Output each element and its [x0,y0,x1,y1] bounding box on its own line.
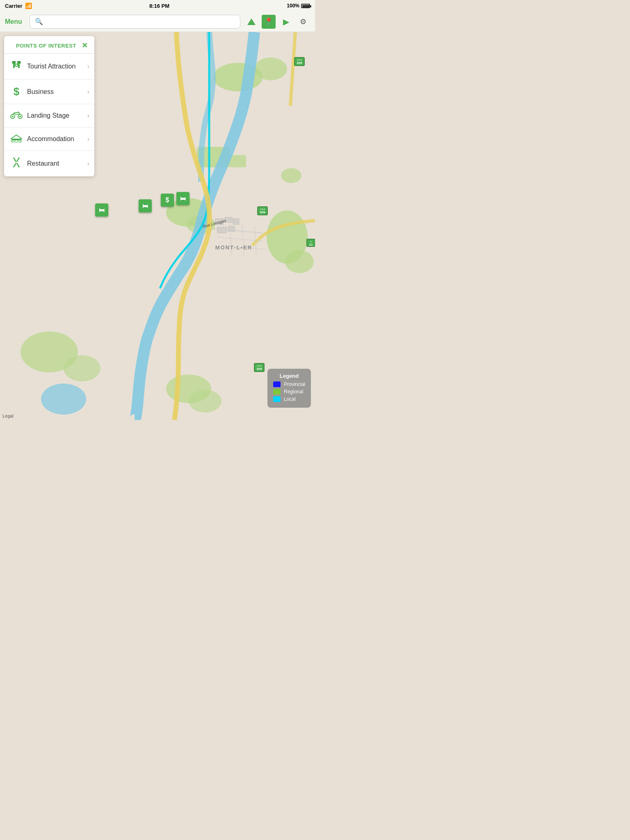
svg-rect-61 [12,139,21,140]
svg-point-57 [19,116,21,117]
regional-label: Regional [284,389,303,395]
accommodation-icon [9,133,24,145]
location-pin-icon: 📍 [264,17,273,26]
svg-rect-53 [19,62,21,63]
status-time: 8:16 PM [149,3,169,9]
svg-rect-24 [228,226,235,231]
layers-button[interactable] [244,15,258,29]
svg-point-5 [281,168,301,183]
gear-icon: ⚙ [300,17,306,26]
poi-item-accommodation[interactable]: Accommodation › [4,128,94,151]
battery-percentage: 100% [287,3,299,9]
svg-text:309: 309 [260,210,265,214]
poi-header: POINTS OF INTEREST ✕ [4,36,94,54]
poi-panel: POINTS OF INTEREST ✕ Tourist Attracti [4,36,94,176]
status-bar: Carrier 📶 8:16 PM 100% [0,0,315,11]
chevron-restaurant: › [87,160,89,167]
svg-text:309: 309 [297,61,302,65]
svg-rect-49 [12,62,16,62]
location-button[interactable]: 📍 [262,15,276,29]
svg-rect-48 [18,64,20,68]
svg-rect-4 [230,155,246,167]
svg-point-64 [16,162,17,163]
map-legend: Legend Provincial Regional Local [267,369,311,408]
svg-point-51 [15,64,18,66]
local-color-swatch [273,396,281,402]
regional-color-swatch [273,389,281,395]
svg-point-11 [64,355,100,381]
svg-text:309: 309 [256,367,262,371]
svg-rect-23 [217,227,226,233]
poi-close-button[interactable]: ✕ [82,42,88,49]
chevron-business: › [87,88,89,96]
legend-item-local: Local [273,396,305,402]
menu-button[interactable]: Menu [5,18,25,25]
status-left: Carrier 📶 [5,2,32,9]
accommodation-marker-right[interactable]: 🛏 [176,192,189,205]
business-marker[interactable]: $ [161,194,174,207]
poi-item-restaurant[interactable]: Restaurant › [4,151,94,176]
navigate-button[interactable]: ▶ [279,15,293,29]
poi-item-landing[interactable]: Landing Stage › [4,104,94,128]
business-icon: $ [9,85,24,98]
local-label: Local [284,396,296,402]
poi-title: POINTS OF INTEREST [11,43,82,49]
svg-rect-46 [13,64,15,68]
poi-item-tourist[interactable]: Tourist Attraction › [4,54,94,80]
provincial-label: Provincial [284,381,305,387]
poi-label-restaurant: Restaurant [27,160,87,167]
toolbar: Menu 🔍 📍 ▶ ⚙ [0,11,315,32]
search-input[interactable] [46,18,235,25]
triangle-icon [247,18,256,25]
legal-text[interactable]: Legal [2,413,14,418]
poi-label-landing: Landing Stage [27,112,87,119]
poi-label-accommodation: Accommodation [27,135,87,143]
svg-rect-50 [17,62,21,62]
carrier-text: Carrier [5,3,23,9]
status-right: 100% [287,3,310,9]
legend-title: Legend [273,373,305,379]
settings-button[interactable]: ⚙ [296,15,310,29]
legend-item-regional: Regional [273,389,305,395]
toolbar-icons: 📍 ▶ ⚙ [244,15,310,29]
chevron-tourist: › [87,63,89,70]
map-area[interactable]: ✦✦✦ 309 ✦✦✦ 309 ✦✦✦ 309 ✦✦✦ 309 ✦ 11 Rue… [0,32,315,420]
chevron-accommodation: › [87,135,89,143]
poi-label-business: Business [27,88,87,96]
search-icon: 🔍 [35,18,43,25]
poi-label-tourist: Tourist Attraction [27,63,87,70]
svg-rect-22 [233,219,239,224]
legend-item-provincial: Provincial [273,381,305,387]
battery-icon [301,4,310,8]
accommodation-marker-left[interactable]: 🛏 [95,203,108,217]
svg-text:11: 11 [309,243,313,247]
restaurant-icon [9,157,24,171]
provincial-color-swatch [273,381,281,387]
tourist-icon [9,59,24,73]
svg-point-42 [41,383,86,415]
poi-item-business[interactable]: $ Business › [4,80,94,104]
svg-rect-52 [11,62,14,63]
svg-point-13 [189,390,221,413]
svg-point-56 [12,116,14,117]
svg-point-9 [285,250,314,273]
landing-icon [9,110,24,121]
svg-text:MONT-L•ER: MONT-L•ER [215,244,252,251]
svg-point-2 [254,57,287,80]
search-bar[interactable]: 🔍 [30,15,240,29]
accommodation-marker-center[interactable]: 🛏 [139,199,152,212]
wifi-icon: 📶 [25,2,32,9]
chevron-landing: › [87,112,89,119]
navigate-icon: ▶ [283,17,289,27]
